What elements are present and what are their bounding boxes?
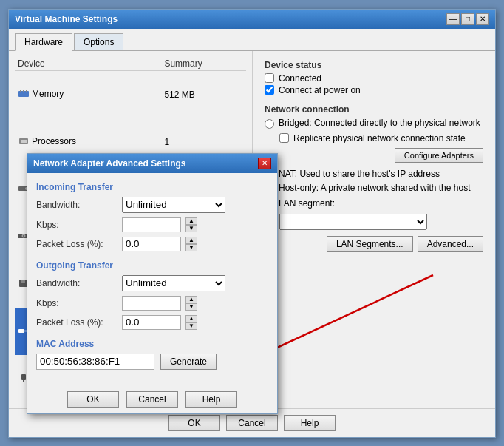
- replicate-label: Replicate physical network connection st…: [293, 133, 466, 143]
- outgoing-bandwidth-label: Bandwidth:: [36, 278, 118, 288]
- maximize-button[interactable]: □: [461, 13, 474, 25]
- svg-rect-3: [26, 90, 27, 92]
- lan-segment-row: LAN segment:: [265, 198, 483, 209]
- outgoing-transfer-section: Outgoing Transfer Bandwidth: Unlimited 1…: [36, 260, 268, 330]
- incoming-packet-loss-row: Packet Loss (%): ▲ ▼: [36, 237, 268, 251]
- incoming-packet-loss-input[interactable]: [122, 237, 181, 251]
- incoming-kbps-down[interactable]: ▼: [185, 225, 197, 232]
- dialog-body: Incoming Transfer Bandwidth: Unlimited 1…: [27, 173, 277, 385]
- svg-rect-13: [18, 329, 24, 333]
- mac-input-row: Generate: [36, 354, 268, 370]
- incoming-bandwidth-select[interactable]: Unlimited 100 Mbps 10 Mbps: [122, 197, 225, 213]
- lan-segments-button[interactable]: LAN Segments...: [327, 236, 413, 252]
- lan-segment-label: LAN segment:: [279, 198, 335, 209]
- incoming-bandwidth-label: Bandwidth:: [36, 200, 118, 210]
- incoming-kbps-label: Kbps:: [36, 220, 118, 230]
- outgoing-packet-loss-row: Packet Loss (%): ▲ ▼: [36, 315, 268, 330]
- svg-rect-18: [22, 382, 25, 382]
- tab-hardware[interactable]: Hardware: [15, 33, 72, 51]
- outgoing-kbps-up[interactable]: ▲: [185, 296, 197, 303]
- outgoing-packet-loss-input[interactable]: [122, 315, 181, 330]
- replicate-row: Replicate physical network connection st…: [279, 133, 483, 143]
- outgoing-pl-down[interactable]: ▼: [185, 322, 197, 330]
- outgoing-packet-loss-spinner: ▲ ▼: [185, 315, 197, 330]
- network-action-buttons: LAN Segments... Advanced...: [265, 236, 483, 252]
- memory-icon: [18, 89, 30, 98]
- mac-address-section: MAC Address Generate: [36, 339, 268, 370]
- outgoing-packet-loss-label: Packet Loss (%):: [36, 317, 118, 328]
- table-row[interactable]: Memory 512 MB: [15, 70, 246, 118]
- main-help-button[interactable]: Help: [284, 415, 336, 431]
- connected-label: Connected: [279, 73, 321, 84]
- title-bar: Virtual Machine Settings — □ ✕: [9, 10, 495, 29]
- host-only-label: Host-only: A private network shared with…: [279, 183, 470, 193]
- main-cancel-button[interactable]: Cancel: [226, 415, 278, 431]
- minimize-button[interactable]: —: [446, 13, 460, 25]
- incoming-packet-loss-spinner: ▲ ▼: [185, 237, 197, 251]
- mac-address-label: MAC Address: [36, 339, 268, 349]
- window-title: Virtual Machine Settings: [15, 14, 118, 24]
- svg-rect-17: [23, 380, 24, 382]
- cpu-icon: [18, 137, 30, 146]
- outgoing-kbps-row: Kbps: ▲ ▼: [36, 296, 268, 311]
- incoming-pl-up[interactable]: ▲: [185, 237, 197, 244]
- dialog-title-text: Network Adapter Advanced Settings: [33, 158, 185, 169]
- outgoing-transfer-label: Outgoing Transfer: [36, 260, 268, 271]
- tab-bar: Hardware Options: [9, 29, 495, 51]
- dialog-ok-button[interactable]: OK: [67, 391, 119, 408]
- incoming-transfer-section: Incoming Transfer Bandwidth: Unlimited 1…: [36, 182, 268, 251]
- device-status-label: Device status: [265, 60, 483, 70]
- dialog-cancel-button[interactable]: Cancel: [126, 391, 178, 408]
- device-col-header: Device: [15, 57, 161, 71]
- bridged-label: Bridged: Connected directly to the physi…: [279, 118, 480, 128]
- connected-row: Connected: [265, 73, 483, 84]
- title-bar-buttons: — □ ✕: [446, 13, 489, 25]
- advanced-settings-dialog: Network Adapter Advanced Settings ✕ Inco…: [27, 153, 278, 414]
- nat-row: NAT: Used to share the host's IP address: [265, 169, 483, 180]
- mac-address-input[interactable]: [36, 354, 154, 370]
- connected-checkbox[interactable]: [265, 73, 274, 83]
- connect-at-power-on-checkbox[interactable]: [265, 85, 274, 95]
- incoming-pl-down[interactable]: ▼: [185, 244, 197, 251]
- svg-rect-2: [23, 90, 24, 92]
- summary-col-header: Summary: [161, 57, 246, 71]
- outgoing-bandwidth-select[interactable]: Unlimited 100 Mbps 10 Mbps: [122, 275, 225, 291]
- svg-rect-16: [21, 374, 26, 380]
- generate-button[interactable]: Generate: [160, 354, 217, 370]
- incoming-kbps-up[interactable]: ▲: [185, 217, 197, 225]
- incoming-bandwidth-row: Bandwidth: Unlimited 100 Mbps 10 Mbps: [36, 197, 268, 213]
- bridged-row: Bridged: Connected directly to the physi…: [265, 118, 483, 129]
- outgoing-bandwidth-row: Bandwidth: Unlimited 100 Mbps 10 Mbps: [36, 275, 268, 291]
- connect-at-power-on-row: Connect at power on: [265, 85, 483, 95]
- dialog-title-bar: Network Adapter Advanced Settings ✕: [27, 154, 277, 173]
- dialog-close-button[interactable]: ✕: [258, 158, 271, 169]
- svg-point-10: [23, 235, 24, 237]
- svg-rect-5: [21, 140, 27, 143]
- tab-options[interactable]: Options: [74, 33, 123, 50]
- outgoing-kbps-down[interactable]: ▼: [185, 303, 197, 311]
- connect-at-power-on-label: Connect at power on: [279, 85, 361, 95]
- svg-rect-0: [18, 91, 29, 97]
- configure-adapters-button[interactable]: Configure Adapters: [395, 148, 483, 163]
- nat-label: NAT: Used to share the host's IP address: [279, 169, 440, 179]
- replicate-checkbox[interactable]: [279, 133, 289, 143]
- incoming-kbps-row: Kbps: ▲ ▼: [36, 217, 268, 232]
- outgoing-pl-up[interactable]: ▲: [185, 315, 197, 322]
- network-connection-section: Network connection Bridged: Connected di…: [265, 104, 483, 252]
- outgoing-kbps-input[interactable]: [122, 296, 181, 311]
- incoming-kbps-input[interactable]: [122, 217, 181, 232]
- svg-rect-1: [20, 90, 21, 92]
- dialog-help-button[interactable]: Help: [185, 391, 237, 408]
- dialog-bottom-buttons: OK Cancel Help: [27, 385, 277, 413]
- outgoing-kbps-label: Kbps:: [36, 298, 118, 308]
- main-ok-button[interactable]: OK: [168, 415, 220, 431]
- advanced-button[interactable]: Advanced...: [418, 236, 483, 252]
- device-status-section: Device status Connected Connect at power…: [265, 60, 483, 97]
- incoming-packet-loss-label: Packet Loss (%):: [36, 239, 118, 249]
- outgoing-kbps-spinner: ▲ ▼: [185, 296, 197, 311]
- incoming-kbps-spinner: ▲ ▼: [185, 217, 197, 232]
- svg-rect-12: [21, 280, 25, 283]
- lan-segment-select[interactable]: [279, 214, 427, 230]
- bridged-radio[interactable]: [265, 119, 274, 129]
- close-button[interactable]: ✕: [476, 13, 489, 25]
